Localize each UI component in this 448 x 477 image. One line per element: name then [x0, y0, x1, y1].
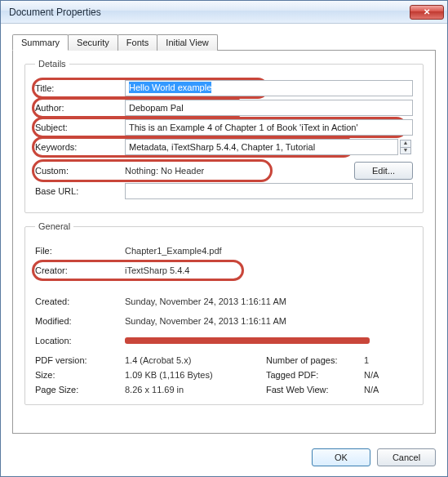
details-legend: Details — [35, 59, 69, 69]
dialog-window: Document Properties ✕ Summary Security F… — [0, 0, 448, 477]
custom-label: Custom: — [35, 166, 125, 176]
fastweb-label: Fast Web View: — [266, 385, 364, 395]
tab-initial-view[interactable]: Initial View — [157, 34, 217, 51]
numpages-label: Number of pages: — [266, 355, 364, 365]
details-group: Details Title: Hello World example Autho… — [24, 59, 424, 213]
location-label: Location: — [35, 336, 125, 345]
size-value: 1.09 KB (1,116 Bytes) — [125, 370, 266, 380]
creator-label: Creator: — [35, 265, 125, 275]
baseurl-label: Base URL: — [35, 186, 125, 196]
pagesize-value: 8.26 x 11.69 in — [125, 385, 266, 395]
tabstrip: Summary Security Fonts Initial View — [12, 33, 436, 50]
tagged-label: Tagged PDF: — [266, 370, 364, 380]
pdfversion-value: 1.4 (Acrobat 5.x) — [125, 355, 266, 365]
baseurl-input[interactable] — [125, 183, 413, 199]
created-label: Created: — [35, 296, 125, 306]
subject-input[interactable] — [125, 119, 413, 136]
fastweb-value: N/A — [364, 385, 413, 395]
keywords-input[interactable] — [125, 139, 398, 155]
edit-button[interactable]: Edit... — [354, 162, 413, 180]
chevron-down-icon[interactable]: ▼ — [400, 147, 411, 154]
author-label: Author: — [35, 103, 125, 113]
general-grid: PDF version: 1.4 (Acrobat 5.x) Number of… — [35, 355, 413, 395]
file-label: File: — [35, 246, 125, 256]
cancel-button[interactable]: Cancel — [377, 448, 436, 466]
close-button[interactable]: ✕ — [410, 5, 444, 20]
close-icon: ✕ — [424, 7, 430, 16]
tab-summary[interactable]: Summary — [12, 34, 69, 51]
window-title: Document Properties — [9, 7, 410, 18]
tab-fonts[interactable]: Fonts — [118, 34, 158, 51]
pdfversion-label: PDF version: — [35, 355, 125, 365]
creator-value: iTextSharp 5.4.4 — [125, 265, 413, 275]
title-value: Hello World example — [129, 82, 211, 93]
content-area: Summary Security Fonts Initial View Deta… — [1, 24, 447, 440]
titlebar: Document Properties ✕ — [1, 1, 447, 24]
buttonbar: OK Cancel — [1, 440, 447, 476]
title-label: Title: — [35, 83, 125, 93]
subject-label: Subject: — [35, 123, 125, 132]
tagged-value: N/A — [364, 370, 413, 380]
author-input[interactable] — [125, 100, 413, 116]
tabpanel-summary: Details Title: Hello World example Autho… — [12, 50, 436, 434]
size-label: Size: — [35, 370, 125, 380]
ok-button[interactable]: OK — [312, 448, 370, 466]
numpages-value: 1 — [364, 355, 413, 365]
modified-value: Sunday, November 24, 2013 1:16:11 AM — [125, 316, 413, 326]
keywords-label: Keywords: — [35, 142, 125, 152]
file-value: Chapter1_Example4.pdf — [125, 246, 413, 256]
tab-security[interactable]: Security — [68, 34, 118, 51]
keywords-stepper[interactable]: ▲ ▼ — [400, 140, 411, 154]
chevron-up-icon[interactable]: ▲ — [400, 140, 411, 147]
general-group: General File: Chapter1_Example4.pdf Crea… — [24, 221, 424, 405]
general-legend: General — [35, 221, 73, 231]
pagesize-label: Page Size: — [35, 385, 125, 395]
custom-value: Nothing: No Header — [125, 166, 349, 176]
title-input[interactable]: Hello World example — [125, 80, 413, 96]
created-value: Sunday, November 24, 2013 1:16:11 AM — [125, 296, 413, 306]
location-redacted — [125, 337, 370, 344]
modified-label: Modified: — [35, 316, 125, 326]
